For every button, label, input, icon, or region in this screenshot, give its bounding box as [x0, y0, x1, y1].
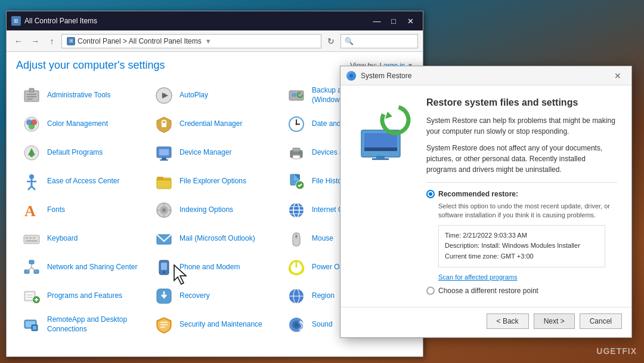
close-button[interactable]: ✕ [402, 16, 418, 26]
next-button[interactable]: Next > [534, 313, 575, 329]
svg-point-94 [349, 74, 353, 78]
sr-radio-recommended[interactable] [426, 190, 435, 198]
indexing-options-icon [154, 201, 174, 220]
programs-features-icon [22, 287, 41, 306]
back-button[interactable]: ← [11, 34, 26, 48]
keyboard-label: Keyboard [47, 234, 78, 244]
cp-item-remoteapp[interactable]: RemoteApp and Desktop Connections [16, 310, 148, 339]
backup-icon [287, 86, 306, 105]
cp-item-device-manager[interactable]: Device Manager [148, 139, 281, 167]
cp-item-administrative-tools[interactable]: Administrative Tools [16, 81, 148, 110]
svg-point-21 [296, 124, 298, 125]
up-button[interactable]: ↑ [45, 34, 59, 48]
back-button[interactable]: < Back [487, 313, 529, 329]
forward-button[interactable]: → [28, 34, 42, 48]
svg-marker-102 [385, 112, 392, 119]
svg-rect-58 [26, 240, 38, 242]
phone-modem-label: Phone and Modem [179, 263, 240, 272]
cp-item-phone[interactable]: Phone and Modem [148, 253, 281, 282]
sr-scan-link[interactable]: Scan for affected programs [438, 273, 617, 281]
svg-rect-62 [29, 260, 34, 264]
sr-main-title: Restore system files and settings [426, 97, 617, 108]
cp-item-autoplay[interactable]: AutoPlay [148, 81, 281, 110]
cp-item-color[interactable]: Color Management [16, 110, 148, 139]
administrative-tools-label: Administrative Tools [47, 91, 111, 100]
default-programs-icon [22, 143, 41, 162]
recovery-icon [154, 287, 174, 306]
autoplay-icon [154, 86, 174, 105]
devices-printers-icon [287, 143, 306, 162]
svg-rect-56 [29, 237, 32, 239]
cp-item-network[interactable]: Network and Sharing Center [16, 253, 148, 282]
sr-restore-info-box: Time: 2/21/2022 9:03:33 AM Description: … [438, 225, 605, 267]
cp-titlebar-left: ⊞ All Control Panel Items [11, 16, 97, 26]
svg-point-32 [29, 174, 34, 179]
cp-item-indexing[interactable]: Indexing Options [148, 196, 281, 224]
svg-rect-98 [364, 147, 397, 151]
sr-radio-different[interactable] [426, 287, 435, 295]
maximize-button[interactable]: □ [386, 16, 401, 26]
svg-rect-69 [161, 263, 167, 270]
sr-divider [426, 182, 617, 183]
sr-dialog-title: System Restore [361, 72, 411, 80]
sr-radio-different-row: Choose a different restore point [426, 287, 617, 295]
svg-rect-86 [33, 326, 36, 330]
sr-dialog-icon [346, 71, 356, 81]
svg-rect-25 [159, 149, 169, 155]
cp-item-mail[interactable]: Mail (Microsoft Outlook) [148, 224, 281, 253]
region-label: Region [312, 291, 335, 301]
cp-item-ease[interactable]: Ease of Access Center [16, 167, 148, 196]
cp-item-credential[interactable]: Credential Manager [148, 110, 281, 139]
mail-label: Mail (Microsoft Outlook) [179, 234, 255, 244]
system-restore-dialog: System Restore ✕ [340, 66, 632, 338]
sr-desc2: System Restore does not affect any of yo… [426, 143, 617, 175]
internet-options-icon [287, 201, 306, 220]
refresh-button[interactable]: ↻ [324, 34, 338, 48]
cp-item-fonts[interactable]: A Fonts [16, 196, 148, 224]
svg-line-35 [28, 186, 32, 190]
cp-titlebar: ⊞ All Control Panel Items — □ ✕ [7, 11, 423, 30]
sr-restore-description: Description: Install: Windows Modules In… [445, 241, 599, 251]
search-box[interactable]: 🔍 [340, 34, 418, 48]
cancel-button[interactable]: Cancel [580, 313, 622, 329]
svg-rect-1 [29, 88, 34, 92]
sr-dialog-content: Restore system files and settings System… [340, 85, 631, 307]
cp-item-recovery[interactable]: Recovery [148, 282, 281, 310]
credential-manager-label: Credential Manager [179, 119, 242, 129]
network-label: Network and Sharing Center [47, 263, 137, 272]
svg-text:A: A [24, 202, 36, 220]
ease-access-label: Ease of Access Center [47, 177, 119, 186]
path-icon: ⊞ [67, 37, 75, 45]
cp-item-file-explorer[interactable]: File Explorer Options [148, 167, 281, 196]
svg-point-44 [162, 208, 166, 212]
cp-item-default[interactable]: Default Programs [16, 139, 148, 167]
svg-point-92 [295, 323, 298, 327]
sr-titlebar: System Restore ✕ [340, 66, 631, 85]
programs-features-label: Programs and Features [47, 291, 122, 301]
cp-item-security[interactable]: Security and Maintenance [148, 310, 281, 339]
svg-point-23 [30, 153, 33, 157]
credential-manager-icon [154, 115, 174, 134]
cp-window-icon: ⊞ [11, 16, 21, 26]
cp-item-programs[interactable]: Programs and Features [16, 282, 148, 310]
svg-rect-0 [24, 91, 39, 101]
cp-item-keyboard[interactable]: Keyboard [16, 224, 148, 253]
file-explorer-label: File Explorer Options [179, 177, 246, 186]
sr-close-button[interactable]: ✕ [610, 70, 626, 82]
minimize-button[interactable]: — [369, 16, 385, 26]
color-management-label: Color Management [47, 119, 108, 129]
address-path-bar[interactable]: ⊞ Control Panel > All Control Panel Item… [61, 34, 321, 48]
svg-rect-27 [160, 159, 168, 161]
svg-rect-100 [372, 158, 389, 160]
indexing-options-label: Indexing Options [179, 205, 233, 215]
mouse-icon [287, 229, 306, 248]
svg-rect-29 [293, 148, 300, 152]
svg-rect-54 [24, 235, 39, 244]
sr-illustration [357, 103, 413, 160]
cp-window-title: All Control Panel Items [24, 17, 97, 25]
sound-label: Sound [312, 320, 333, 330]
sr-desc1: System Restore can help fix problems tha… [426, 115, 617, 137]
region-icon [287, 287, 306, 306]
address-dropdown-icon[interactable]: ▼ [205, 38, 212, 45]
keyboard-icon [22, 229, 41, 248]
